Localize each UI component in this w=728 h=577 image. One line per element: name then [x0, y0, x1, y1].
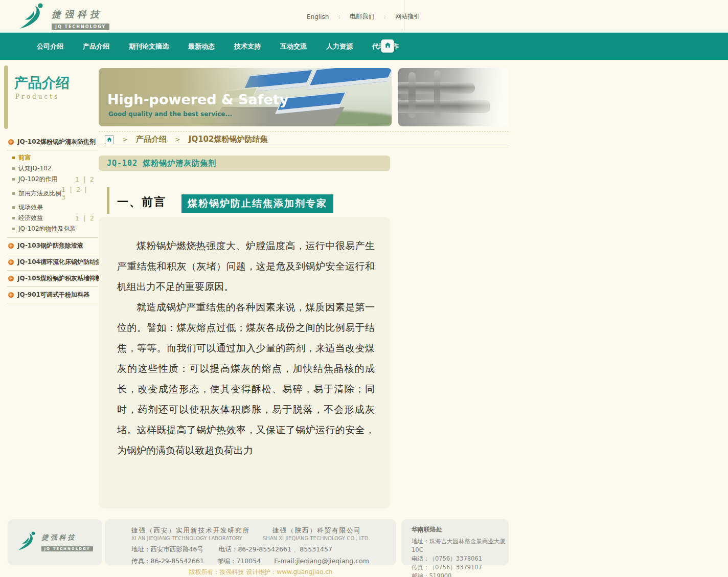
submenu-label: 现场效果 — [18, 203, 43, 212]
company2-name: 捷强（陕西）科贸有限公司 — [272, 526, 361, 535]
link-site-guide[interactable]: 网站指引 — [395, 12, 420, 21]
company1-name-en: XI AN JIEQIANG TECHNOLOGY LABORATORY — [131, 536, 242, 541]
breadcrumb-separator: > — [175, 136, 180, 143]
sidebar-item-label: JQ-103锅炉防焦除渣液 — [17, 241, 83, 250]
footer-logo-text-en: JQ TECHNOLOGY — [41, 546, 93, 551]
nav-item-hr[interactable]: 人力资源 — [326, 42, 353, 51]
submenu-item-packing[interactable]: JQ-102的物性及包装 — [12, 224, 98, 234]
copyright-text: 版权所有：接强科技 设计维护： — [189, 568, 277, 575]
sidebar-item-jq102[interactable]: » JQ-102煤粉锅炉清灰防焦剂 — [7, 134, 98, 150]
company2-name-en: SHAN XI JIEQIANG TECHNOLOGY CO., LTD. — [263, 536, 370, 541]
link-english[interactable]: English — [307, 13, 329, 20]
submenu-label: JQ-102的作用 — [18, 175, 58, 184]
submenu-label: 认知JQ-102 — [18, 164, 52, 173]
header-divider — [404, 0, 404, 31]
link-email-us[interactable]: 电邮我们 — [350, 12, 374, 21]
submenu-label: JQ-102的物性及包装 — [18, 225, 76, 233]
sidebar-item-label: JQ-105煤粉锅炉积灰粘堵抑制剂 — [17, 274, 108, 283]
banner-industrial-image — [398, 68, 509, 126]
sidebar-item-jq103[interactable]: » JQ-103锅炉防焦除渣液 — [7, 238, 98, 254]
footer-email: E-mail:jieqiang@jieqiang.com — [274, 557, 369, 566]
page-links[interactable]: 1 | 2 | 3 — [61, 186, 98, 201]
sidebar-menu: » JQ-102煤粉锅炉清灰防焦剂 前言 认知JQ-102 JQ-102的作用 … — [7, 134, 98, 303]
footer-logo-box: 捷强科技 JQ TECHNOLOGY — [8, 519, 102, 565]
nav-item-interact[interactable]: 互动交流 — [280, 42, 307, 51]
arrow-bullet-icon: » — [8, 139, 14, 145]
submenu-item-about[interactable]: 认知JQ-102 — [12, 163, 98, 174]
south-office-address: 地址：珠海吉大园林路金景商业大厦10C — [412, 537, 509, 554]
arrow-bullet-icon: » — [8, 292, 14, 298]
footer-address: 地址：西安市西影路46号 — [131, 545, 203, 554]
breadcrumb-home-button[interactable] — [105, 135, 114, 144]
banner-separator — [99, 131, 509, 131]
sidebar-item-jq104[interactable]: » JQ-104循环流化床锅炉防结焦剂 — [7, 254, 98, 271]
footer-south-office-box: 华南联络处 地址：珠海吉大园林路金景商业大厦10C 电话：（0756）33780… — [401, 519, 509, 565]
header-links: English ： 电邮我们 ： 网站指引 — [307, 12, 420, 21]
south-office-phone: 电话：（0756）3378061 — [412, 554, 509, 563]
main-nav: 公司介绍 产品介绍 期刊论文摘选 最新动态 技术支持 互动交流 人力资源 代理合… — [0, 32, 728, 60]
nav-item-journal[interactable]: 期刊论文摘选 — [129, 42, 169, 51]
square-bullet-icon — [12, 157, 15, 159]
banner-subtitle: Good quality and the best service... — [108, 110, 232, 118]
designer-link[interactable]: www.guangjiao.cn — [277, 568, 332, 575]
submenu-item-field-effect[interactable]: 现场效果 — [12, 202, 98, 213]
nav-item-products[interactable]: 产品介绍 — [83, 42, 109, 51]
site-logo[interactable]: 捷强科技 JQ TECHNOLOGY — [18, 2, 109, 31]
logo-text-en: JQ TECHNOLOGY — [52, 24, 109, 30]
footer-phone: 电话：86-29-85542661 、85531457 — [219, 545, 332, 554]
breadcrumb-current: JQ102煤粉锅炉防结焦 — [189, 135, 268, 144]
submenu-item-function[interactable]: JQ-102的作用 1 | 2 — [12, 174, 98, 185]
page-links[interactable]: 1 | 2 — [75, 214, 98, 222]
home-icon — [106, 137, 112, 143]
sidebar-item-label: JQ-102煤粉锅炉清灰防焦剂 — [17, 138, 96, 146]
breadcrumb-section-link[interactable]: 产品介绍 — [136, 135, 167, 144]
footer-logo-text-cn: 捷强科技 — [41, 533, 93, 542]
south-office-title: 华南联络处 — [412, 525, 509, 534]
nav-item-news[interactable]: 最新动态 — [188, 42, 215, 51]
nav-items: 公司介绍 产品介绍 期刊论文摘选 最新动态 技术支持 互动交流 人力资源 代理合… — [37, 33, 399, 60]
paragraph-2: 就造成锅炉严重结焦的各种因素来说，煤质因素是第一位的。譬如：煤灰熔点过低；煤灰各… — [117, 297, 375, 460]
logo-swoosh-icon — [17, 530, 38, 554]
sidebar-accent-bar — [4, 65, 8, 129]
sidebar-title: 产品介绍 — [14, 74, 70, 92]
square-bullet-icon — [12, 206, 15, 209]
footer-fax: 传真：86-29-85542661 — [131, 557, 204, 566]
product-title-bar: JQ-102 煤粉锅炉清灰防焦剂 — [99, 156, 390, 171]
footer-zip: 邮编：710054 — [217, 557, 261, 566]
submenu-item-usage[interactable]: 加用方法及比例 1 | 2 | 3 — [12, 185, 98, 202]
link-separator: ： — [382, 13, 388, 20]
submenu-label: 前言 — [18, 153, 31, 162]
page: 捷强科技 JQ TECHNOLOGY English ： 电邮我们 ： 网站指引… — [0, 0, 728, 577]
square-bullet-icon — [12, 167, 15, 170]
banner-factory-image: High-powered & Safety Good quality and t… — [99, 68, 392, 126]
arrow-bullet-icon: » — [8, 259, 14, 265]
sidebar-item-jq105[interactable]: » JQ-105煤粉锅炉积灰粘堵抑制剂 — [7, 271, 98, 287]
page-links[interactable]: 1 | 2 — [75, 175, 98, 183]
arrow-bullet-icon: » — [8, 276, 14, 281]
submenu-item-foreword[interactable]: 前言 — [12, 152, 98, 163]
submenu-item-economic[interactable]: 经济效益 1 | 2 — [12, 213, 98, 224]
copyright: 版权所有：接强科技 设计维护：www.guangjiao.cn — [31, 568, 491, 576]
home-button[interactable] — [381, 39, 394, 53]
arrow-bullet-icon: » — [8, 243, 14, 249]
expert-badge: 煤粉锅炉防止结焦添加剂专家 — [181, 194, 333, 213]
company1-name: 捷强（西安）实用新技术开发研究所 — [131, 526, 250, 535]
sidebar-item-jq901[interactable]: » JQ-901可调式干粉加料器 — [7, 287, 98, 303]
home-icon — [384, 41, 392, 51]
nav-item-support[interactable]: 技术支持 — [234, 42, 261, 51]
paragraph-1: 煤粉锅炉燃烧热强度大、炉膛温度高，运行中很易产生严重结焦和积灰（灰堵）问题，这是… — [117, 235, 375, 297]
breadcrumb-separator: > — [122, 136, 128, 143]
logo-text-cn: 捷强科技 — [52, 8, 109, 20]
nav-item-company[interactable]: 公司介绍 — [37, 42, 63, 51]
square-bullet-icon — [12, 228, 15, 230]
logo-swoosh-icon — [18, 2, 48, 31]
sidebar-subtitle: Products — [15, 93, 59, 100]
section-title: 一、前言 — [117, 194, 166, 210]
submenu-label: 经济效益 — [18, 214, 43, 223]
square-bullet-icon — [12, 178, 15, 181]
banner-title: High-powered & Safety — [107, 92, 288, 107]
content-panel: 煤粉锅炉燃烧热强度大、炉膛温度高，运行中很易产生严重结焦和积灰（灰堵）问题，这是… — [99, 217, 390, 508]
square-bullet-icon — [12, 192, 15, 195]
submenu-label: 加用方法及比例 — [18, 189, 61, 198]
link-separator: ： — [336, 13, 342, 20]
